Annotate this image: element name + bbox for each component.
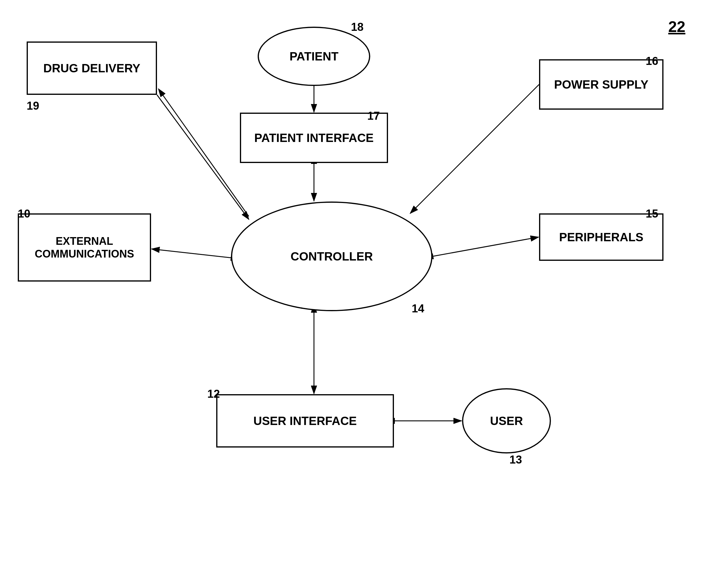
external-comms-ref: 10 [18,207,30,220]
peripherals-ref: 15 [646,207,658,220]
patient-label: PATIENT [289,50,338,63]
controller-node: CONTROLLER [231,202,432,311]
svg-line-8 [432,237,539,256]
figure-number: 22 [668,18,686,36]
svg-line-7 [410,84,539,213]
peripherals-node: PERIPHERALS [539,213,664,261]
svg-line-5 [157,95,249,219]
drug-delivery-node: DRUG DELIVERY [27,41,157,95]
drug-delivery-label: DRUG DELIVERY [43,61,140,75]
controller-label: CONTROLLER [290,250,373,263]
controller-ref: 14 [412,302,424,315]
patient-interface-ref: 17 [367,110,380,122]
diagram-container: 22 PATIENT 18 [0,0,715,588]
power-supply-node: POWER SUPPLY [539,59,664,110]
external-comms-label: EXTERNAL COMMUNICATIONS [19,235,150,260]
svg-line-6 [152,249,232,258]
power-supply-label: POWER SUPPLY [554,77,649,91]
drug-delivery-ref: 19 [27,100,39,112]
user-node: USER [462,388,551,454]
user-interface-node: USER INTERFACE [216,394,394,447]
patient-ref: 18 [351,21,363,34]
external-comms-node: EXTERNAL COMMUNICATIONS [18,213,151,281]
user-interface-label: USER INTERFACE [254,414,357,428]
peripherals-label: PERIPHERALS [559,230,644,244]
user-ref: 13 [510,454,522,466]
power-supply-ref: 16 [646,55,658,68]
patient-node: PATIENT [258,27,370,86]
patient-interface-node: PATIENT INTERFACE [240,112,388,163]
user-label: USER [490,414,523,428]
user-interface-ref: 12 [207,387,220,400]
patient-interface-label: PATIENT INTERFACE [255,131,374,145]
svg-line-4 [158,89,249,216]
